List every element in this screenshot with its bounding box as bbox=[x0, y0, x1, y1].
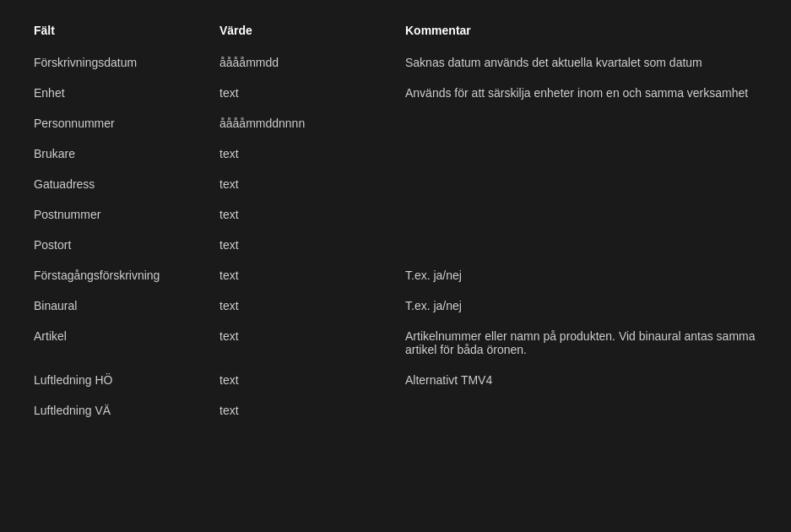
cell-falt: Enhet bbox=[25, 78, 211, 108]
cell-varde: text bbox=[211, 78, 397, 108]
header-varde: Värde bbox=[211, 17, 397, 47]
table-row: Gatuadresstext bbox=[25, 169, 766, 199]
table-row: Luftledning HÖtextAlternativt TMV4 bbox=[25, 365, 766, 395]
cell-falt: Brukare bbox=[25, 138, 211, 169]
cell-kommentar: Saknas datum används det aktuella kvarta… bbox=[397, 47, 766, 78]
data-table: Fält Värde Kommentar Förskrivningsdatumå… bbox=[25, 17, 766, 426]
table-row: Brukaretext bbox=[25, 138, 766, 169]
header-falt: Fält bbox=[25, 17, 211, 47]
table-row: ArtikeltextArtikelnummer eller namn på p… bbox=[25, 321, 766, 365]
table-row: Personnummerååååmmddnnnn bbox=[25, 108, 766, 138]
cell-kommentar bbox=[397, 395, 766, 426]
cell-falt: Binaural bbox=[25, 290, 211, 321]
cell-kommentar bbox=[397, 138, 766, 169]
table-row: Postnummertext bbox=[25, 199, 766, 230]
cell-kommentar: Används för att särskilja enheter inom e… bbox=[397, 78, 766, 108]
cell-falt: Postnummer bbox=[25, 199, 211, 230]
cell-kommentar: T.ex. ja/nej bbox=[397, 260, 766, 290]
table-row: BinauraltextT.ex. ja/nej bbox=[25, 290, 766, 321]
cell-falt: Förstagångsförskrivning bbox=[25, 260, 211, 290]
table-row: Postorttext bbox=[25, 230, 766, 260]
cell-kommentar bbox=[397, 230, 766, 260]
header-kommentar: Kommentar bbox=[397, 17, 766, 47]
cell-falt: Artikel bbox=[25, 321, 211, 365]
cell-falt: Luftledning VÄ bbox=[25, 395, 211, 426]
cell-kommentar: Alternativt TMV4 bbox=[397, 365, 766, 395]
table-row: FörskrivningsdatumååååmmddSaknas datum a… bbox=[25, 47, 766, 78]
cell-falt: Luftledning HÖ bbox=[25, 365, 211, 395]
cell-varde: ååååmmddnnnn bbox=[211, 108, 397, 138]
cell-kommentar bbox=[397, 108, 766, 138]
cell-falt: Gatuadress bbox=[25, 169, 211, 199]
cell-varde: text bbox=[211, 321, 397, 365]
cell-varde: text bbox=[211, 230, 397, 260]
cell-varde: text bbox=[211, 199, 397, 230]
cell-varde: ååååmmdd bbox=[211, 47, 397, 78]
cell-falt: Postort bbox=[25, 230, 211, 260]
table-row: Luftledning VÄtext bbox=[25, 395, 766, 426]
cell-kommentar bbox=[397, 169, 766, 199]
table-row: FörstagångsförskrivningtextT.ex. ja/nej bbox=[25, 260, 766, 290]
cell-varde: text bbox=[211, 395, 397, 426]
cell-varde: text bbox=[211, 138, 397, 169]
cell-falt: Personnummer bbox=[25, 108, 211, 138]
cell-falt: Förskrivningsdatum bbox=[25, 47, 211, 78]
table-row: EnhettextAnvänds för att särskilja enhet… bbox=[25, 78, 766, 108]
cell-varde: text bbox=[211, 365, 397, 395]
cell-varde: text bbox=[211, 169, 397, 199]
cell-kommentar: Artikelnummer eller namn på produkten. V… bbox=[397, 321, 766, 365]
cell-kommentar: T.ex. ja/nej bbox=[397, 290, 766, 321]
cell-varde: text bbox=[211, 290, 397, 321]
cell-varde: text bbox=[211, 260, 397, 290]
cell-kommentar bbox=[397, 199, 766, 230]
